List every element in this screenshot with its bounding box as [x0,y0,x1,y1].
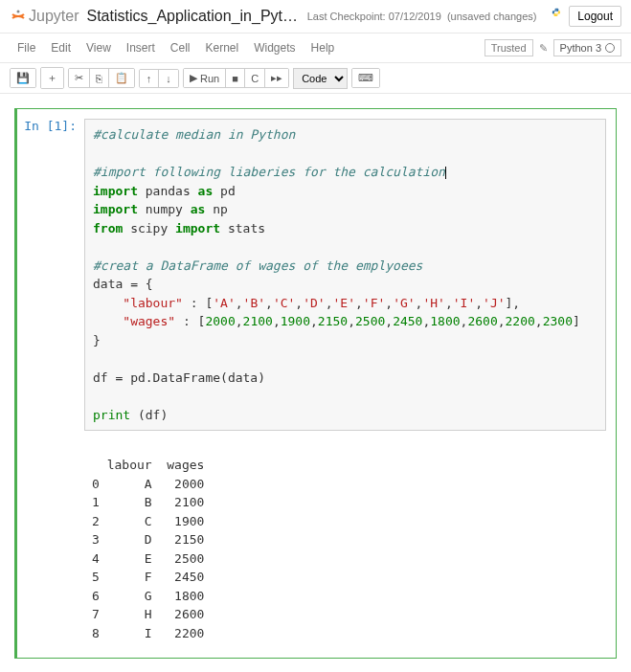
plus-icon: ＋ [47,71,57,85]
fast-forward-icon: ▸▸ [271,72,282,84]
stop-icon: ■ [232,73,238,84]
output-prompt [17,450,84,648]
interrupt-button[interactable]: ■ [226,69,245,87]
move-up-button[interactable]: ↑ [140,70,159,87]
run-icon: ▶ [190,72,197,84]
menu-help[interactable]: Help [304,37,343,58]
notebook-name[interactable]: Statistics_Application_in_Python_Chapter… [86,8,299,25]
logo-text: Jupyter [29,8,79,25]
cut-button[interactable]: ✂ [69,69,90,87]
cut-icon: ✂ [75,72,83,84]
svg-point-0 [17,11,20,13]
code-cell[interactable]: In [1]: #calculate median in Python #imp… [14,108,617,659]
checkpoint-text: Last Checkpoint: 07/12/2019 (unsaved cha… [307,11,537,22]
svg-point-2 [557,15,558,16]
run-button[interactable]: ▶Run [184,69,226,87]
jupyter-logo[interactable]: Jupyter [10,8,79,25]
menu-view[interactable]: View [79,37,119,58]
menu-edit[interactable]: Edit [43,37,79,58]
trusted-indicator[interactable]: Trusted [485,39,533,56]
move-down-button[interactable]: ↓ [159,70,178,87]
output-area: labour wages 0 A 2000 1 B 2100 2 C 1900 … [84,450,606,648]
menu-cell[interactable]: Cell [163,37,198,58]
paste-icon: 📋 [115,72,128,84]
save-button[interactable]: 💾 [11,69,35,87]
pencil-icon[interactable]: ✎ [539,42,548,55]
restart-run-all-button[interactable]: ▸▸ [265,69,288,87]
menu-widgets[interactable]: Widgets [246,37,303,58]
arrow-up-icon: ↑ [146,73,152,84]
paste-button[interactable]: 📋 [109,69,134,87]
code-input-area[interactable]: #calculate median in Python #import foll… [84,119,606,431]
logout-button[interactable]: Logout [569,6,621,27]
header: Jupyter Statistics_Application_in_Python… [0,0,631,34]
cell-type-select[interactable]: Code [293,68,348,89]
copy-button[interactable]: ⎘ [90,69,109,87]
menubar: File Edit View Insert Cell Kernel Widget… [0,34,631,63]
toolbar: 💾 ＋ ✂ ⎘ 📋 ↑ ↓ ▶Run ■ C ▸▸ Code ⌨ [0,63,631,94]
input-prompt: In [1]: [17,119,84,431]
kernel-name[interactable]: Python 3 [553,39,621,56]
restart-button[interactable]: C [245,69,265,87]
menu-kernel[interactable]: Kernel [198,37,247,58]
save-icon: 💾 [16,72,30,84]
kernel-status-icon [605,43,615,53]
menu-insert[interactable]: Insert [119,37,163,58]
command-palette-button[interactable]: ⌨ [352,69,379,87]
keyboard-icon: ⌨ [358,72,373,84]
jupyter-icon [10,8,27,25]
menu-file[interactable]: File [10,37,43,58]
notebook-container: In [1]: #calculate median in Python #imp… [0,94,631,672]
python-icon [552,6,561,27]
add-cell-button[interactable]: ＋ [41,68,63,88]
copy-icon: ⎘ [96,73,102,84]
svg-point-1 [555,10,556,11]
arrow-down-icon: ↓ [166,73,171,84]
restart-icon: C [251,73,259,84]
